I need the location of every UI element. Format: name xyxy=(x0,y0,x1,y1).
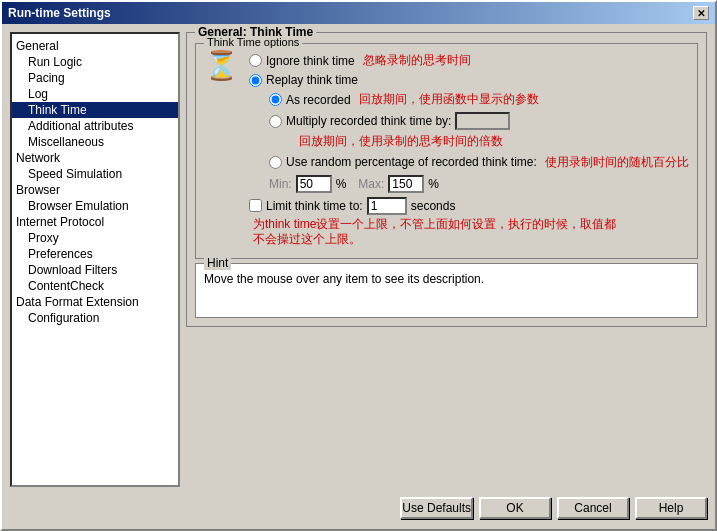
limit-row: Limit think time to: seconds xyxy=(249,197,689,215)
replay-radio[interactable] xyxy=(249,74,262,87)
right-panel: General: Think Time Think Time options ⏳ xyxy=(186,32,707,487)
section-group: General: Think Time Think Time options ⏳ xyxy=(186,32,707,327)
ignore-radio[interactable] xyxy=(249,54,262,67)
limit-checkbox[interactable] xyxy=(249,199,262,212)
tree-item-run-logic[interactable]: Run Logic xyxy=(12,54,178,70)
ignore-annotation: 忽略录制的思考时间 xyxy=(363,52,471,69)
limit-annotation: 为think time设置一个上限，不管上面如何设置，执行的时候，取值都 不会操… xyxy=(249,215,689,250)
ignore-option-row: Ignore think time 忽略录制的思考时间 xyxy=(249,52,689,69)
options-title: Think Time options xyxy=(204,36,302,48)
main-window: Run-time Settings ✕ General Run Logic Pa… xyxy=(0,0,717,531)
as-recorded-annotation: 回放期间，使用函数中显示的参数 xyxy=(359,91,539,108)
limit-annotation-line1: 为think time设置一个上限，不管上面如何设置，执行的时候，取值都 xyxy=(253,217,685,233)
window-content: General Run Logic Pacing Log Think Time … xyxy=(2,24,715,529)
replay-option-row: Replay think time xyxy=(249,73,689,87)
tree-item-additional-attributes[interactable]: Additional attributes xyxy=(12,118,178,134)
hint-title: Hint xyxy=(204,256,231,270)
hourglass-icon: ⏳ xyxy=(204,52,239,250)
tree-item-pacing[interactable]: Pacing xyxy=(12,70,178,86)
tree-item-content-check[interactable]: ContentCheck xyxy=(12,278,178,294)
tree-item-speed-simulation[interactable]: Speed Simulation xyxy=(12,166,178,182)
multiply-row: Multiply recorded think time by: xyxy=(269,112,689,130)
main-area: General Run Logic Pacing Log Think Time … xyxy=(10,32,707,487)
limit-input[interactable] xyxy=(367,197,407,215)
tree-item-miscellaneous[interactable]: Miscellaneous xyxy=(12,134,178,150)
max-label: Max: xyxy=(358,177,384,191)
min-input[interactable] xyxy=(296,175,332,193)
limit-label[interactable]: Limit think time to: xyxy=(266,199,363,213)
button-row: Use Defaults OK Cancel Help xyxy=(10,493,707,521)
use-defaults-button[interactable]: Use Defaults xyxy=(400,497,473,519)
multiply-label[interactable]: Multiply recorded think time by: xyxy=(286,114,451,128)
tree-item-data-format-extension[interactable]: Data Format Extension xyxy=(12,294,178,310)
window-title: Run-time Settings xyxy=(8,6,111,20)
seconds-label: seconds xyxy=(411,199,456,213)
random-radio[interactable] xyxy=(269,156,282,169)
hint-box: Hint Move the mouse over any item to see… xyxy=(195,263,698,318)
tree-item-think-time[interactable]: Think Time xyxy=(12,102,178,118)
min-label: Min: xyxy=(269,177,292,191)
multiply-input[interactable] xyxy=(455,112,510,130)
tree-item-log[interactable]: Log xyxy=(12,86,178,102)
as-recorded-radio[interactable] xyxy=(269,93,282,106)
percent1: % xyxy=(336,177,347,191)
random-annotation: 使用录制时间的随机百分比 xyxy=(545,154,689,171)
title-bar: Run-time Settings ✕ xyxy=(2,2,715,24)
close-button[interactable]: ✕ xyxy=(693,6,709,20)
hint-text: Move the mouse over any item to see its … xyxy=(204,272,689,286)
ok-label: OK xyxy=(506,501,523,515)
tree-item-general[interactable]: General xyxy=(12,38,178,54)
as-recorded-row: As recorded 回放期间，使用函数中显示的参数 xyxy=(269,91,689,108)
use-defaults-label: Use Defaults xyxy=(402,501,471,515)
cancel-button[interactable]: Cancel xyxy=(557,497,629,519)
limit-annotation-line2: 不会操过这个上限。 xyxy=(253,232,685,248)
as-recorded-label[interactable]: As recorded xyxy=(286,93,351,107)
tree-item-browser[interactable]: Browser xyxy=(12,182,178,198)
multiply-radio[interactable] xyxy=(269,115,282,128)
tree-item-preferences[interactable]: Preferences xyxy=(12,246,178,262)
random-row: Use random percentage of recorded think … xyxy=(269,154,689,171)
tree-item-internet-protocol[interactable]: Internet Protocol xyxy=(12,214,178,230)
tree-item-proxy[interactable]: Proxy xyxy=(12,230,178,246)
tree-item-network[interactable]: Network xyxy=(12,150,178,166)
help-button[interactable]: Help xyxy=(635,497,707,519)
tree-item-download-filters[interactable]: Download Filters xyxy=(12,262,178,278)
ignore-label[interactable]: Ignore think time xyxy=(266,54,355,68)
max-input[interactable] xyxy=(388,175,424,193)
cancel-label: Cancel xyxy=(574,501,611,515)
multiply-annotation: 回放期间，使用录制的思考时间的倍数 xyxy=(299,134,689,150)
tree-item-configuration[interactable]: Configuration xyxy=(12,310,178,326)
think-time-options-box: Think Time options ⏳ xyxy=(195,43,698,259)
ok-button[interactable]: OK xyxy=(479,497,551,519)
help-label: Help xyxy=(659,501,684,515)
percent2: % xyxy=(428,177,439,191)
random-label[interactable]: Use random percentage of recorded think … xyxy=(286,155,537,169)
replay-label[interactable]: Replay think time xyxy=(266,73,358,87)
tree-item-browser-emulation[interactable]: Browser Emulation xyxy=(12,198,178,214)
tree-panel[interactable]: General Run Logic Pacing Log Think Time … xyxy=(10,32,180,487)
